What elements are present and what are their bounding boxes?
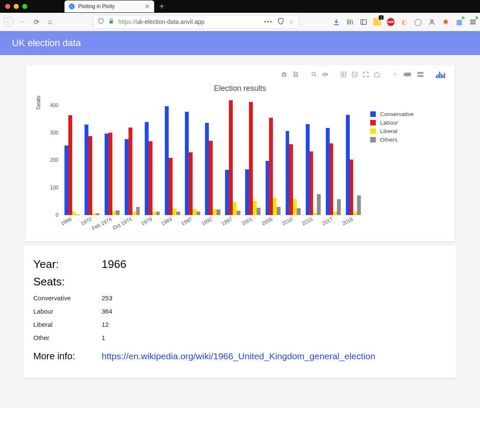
bar[interactable] xyxy=(253,201,257,215)
hover-closest-icon[interactable] xyxy=(403,71,412,80)
bar[interactable] xyxy=(249,102,253,215)
bar[interactable] xyxy=(76,215,79,215)
bar[interactable] xyxy=(145,122,149,215)
zoom-in-icon[interactable] xyxy=(340,71,347,80)
autoscale-icon[interactable] xyxy=(363,71,369,80)
bar[interactable] xyxy=(205,123,209,215)
bar[interactable] xyxy=(257,208,260,215)
reset-axes-icon[interactable] xyxy=(374,71,380,80)
bar[interactable] xyxy=(125,139,129,215)
bar[interactable] xyxy=(306,124,310,215)
bar[interactable] xyxy=(289,144,293,215)
adblock-icon[interactable]: ABP xyxy=(387,18,395,26)
reload-button[interactable]: ⟳ xyxy=(32,17,41,26)
extension-icon-1[interactable]: 1 xyxy=(373,18,381,26)
url-bar[interactable]: https://uk-election-data.anvil.app ••• ☆ xyxy=(93,15,299,29)
bar[interactable] xyxy=(233,202,237,215)
bar[interactable] xyxy=(185,112,189,215)
bar[interactable] xyxy=(112,211,116,215)
legend-item[interactable]: Conservative xyxy=(370,111,414,117)
pan-icon[interactable] xyxy=(322,71,328,80)
extension-icon-4[interactable]: ✱ xyxy=(442,18,449,26)
bar[interactable] xyxy=(350,160,354,215)
plotly-logo-icon[interactable] xyxy=(436,71,445,80)
bar[interactable] xyxy=(189,152,193,215)
bar[interactable] xyxy=(293,199,297,215)
sidebar-icon[interactable] xyxy=(360,18,367,26)
bar[interactable] xyxy=(149,141,152,215)
bar[interactable] xyxy=(169,158,173,215)
bookmark-star-icon[interactable]: ☆ xyxy=(289,18,294,25)
extension-icon-3[interactable]: ◯ xyxy=(414,18,422,26)
app-menu-icon[interactable] xyxy=(469,18,477,26)
bar[interactable] xyxy=(310,151,313,215)
bar[interactable] xyxy=(72,212,76,215)
bar[interactable] xyxy=(129,128,132,215)
bar[interactable] xyxy=(277,207,281,215)
chart-svg[interactable]: 010020030040019661970Feb 1974Oct 1974197… xyxy=(41,96,366,232)
bar[interactable] xyxy=(266,161,269,215)
bar[interactable] xyxy=(225,170,229,215)
bar[interactable] xyxy=(213,209,217,215)
extension-icon-5[interactable]: ▦ xyxy=(455,18,463,26)
bar[interactable] xyxy=(353,212,357,215)
bar[interactable] xyxy=(229,100,233,215)
account-icon[interactable] xyxy=(428,18,436,26)
bar[interactable] xyxy=(92,213,96,215)
bar[interactable] xyxy=(105,134,108,215)
bar[interactable] xyxy=(317,194,321,215)
library-icon[interactable] xyxy=(346,18,354,26)
bar[interactable] xyxy=(96,213,100,215)
chart-plot-area[interactable]: 010020030040019661970Feb 1974Oct 1974197… xyxy=(41,96,366,234)
reader-mode-icon[interactable] xyxy=(277,17,284,26)
bar[interactable] xyxy=(68,115,72,215)
extension-icon-2[interactable]: ◐ xyxy=(401,18,408,26)
bar[interactable] xyxy=(326,128,330,215)
maximize-window-button[interactable] xyxy=(22,4,27,9)
legend-item[interactable]: Labour xyxy=(370,119,414,126)
bar[interactable] xyxy=(286,131,290,215)
bar[interactable] xyxy=(297,208,301,215)
legend-item[interactable]: Others xyxy=(370,137,414,143)
bar[interactable] xyxy=(245,169,249,215)
page-actions-icon[interactable]: ••• xyxy=(264,18,273,25)
back-button[interactable]: ← xyxy=(3,17,14,27)
bar[interactable] xyxy=(152,212,156,215)
tab-close-icon[interactable]: ✕ xyxy=(145,3,150,9)
bar[interactable] xyxy=(333,212,337,215)
bar[interactable] xyxy=(132,212,136,215)
bar[interactable] xyxy=(209,141,213,215)
bar[interactable] xyxy=(165,106,169,215)
bar[interactable] xyxy=(176,212,180,215)
zoom-out-icon[interactable] xyxy=(351,71,358,80)
bar[interactable] xyxy=(337,199,341,215)
bar[interactable] xyxy=(108,133,112,215)
bar[interactable] xyxy=(269,118,273,215)
bar[interactable] xyxy=(156,212,160,215)
bar[interactable] xyxy=(357,195,361,215)
spike-lines-icon[interactable] xyxy=(392,71,398,80)
bar[interactable] xyxy=(273,198,277,215)
bar[interactable] xyxy=(217,209,220,215)
bar[interactable] xyxy=(330,143,334,215)
bar[interactable] xyxy=(85,125,88,215)
bar[interactable] xyxy=(313,213,317,215)
bar[interactable] xyxy=(136,207,140,215)
bar[interactable] xyxy=(196,212,200,215)
zoom-icon[interactable] xyxy=(311,71,317,80)
bar[interactable] xyxy=(346,115,350,215)
bar[interactable] xyxy=(193,209,196,215)
bar[interactable] xyxy=(88,136,92,215)
save-icon[interactable] xyxy=(293,71,299,80)
hover-compare-icon[interactable] xyxy=(417,71,424,80)
camera-icon[interactable] xyxy=(281,71,288,80)
bar[interactable] xyxy=(64,145,68,215)
bar[interactable] xyxy=(173,209,176,215)
browser-tab[interactable]: Plotting in Plotly ✕ xyxy=(64,0,154,12)
home-button[interactable]: ⌂ xyxy=(45,17,55,26)
legend-item[interactable]: Liberal xyxy=(370,128,414,134)
tracking-shield-icon[interactable] xyxy=(98,18,104,26)
forward-button[interactable]: → xyxy=(18,17,27,26)
new-tab-button[interactable]: + xyxy=(154,2,170,12)
bar[interactable] xyxy=(116,210,120,215)
